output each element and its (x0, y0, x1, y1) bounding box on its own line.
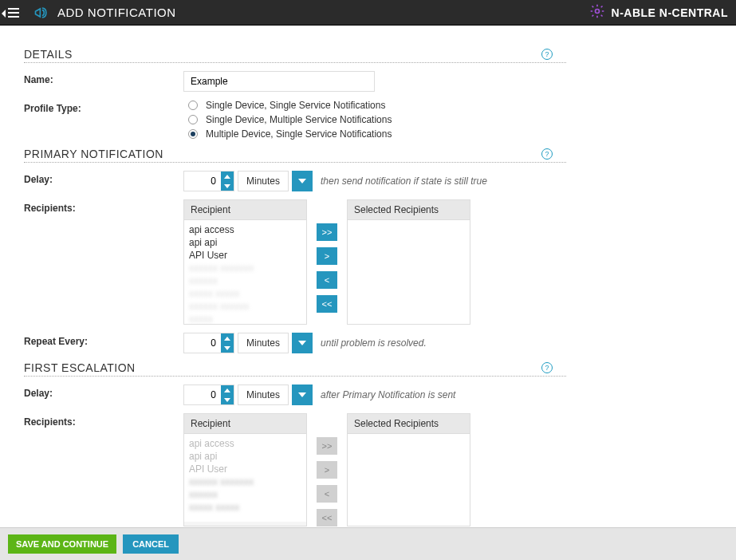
brand-label: N-ABLE N-CENTRAL (612, 6, 728, 19)
escalation-available-list[interactable]: Recipient api access api api API User xx… (183, 413, 307, 526)
spin-up-icon[interactable] (221, 333, 234, 343)
svg-point-0 (595, 10, 599, 14)
escalation-delay-hint: after Primary Notification is sent (321, 389, 455, 400)
delay-hint: then send notification if state is still… (321, 175, 487, 187)
spin-down-icon[interactable] (221, 181, 234, 191)
add-all-button[interactable]: >> (317, 437, 337, 455)
remove-all-button[interactable]: << (317, 509, 337, 526)
recipients-label: Recipients: (24, 199, 183, 214)
divider (24, 376, 566, 377)
page-title: ADD NOTIFICATION (57, 6, 176, 19)
list-item[interactable]: api api (189, 236, 301, 249)
add-button[interactable]: > (317, 247, 337, 265)
svg-marker-6 (298, 341, 306, 345)
add-all-button[interactable]: >> (317, 223, 337, 241)
repeat-hint: until problem is resolved. (321, 337, 427, 349)
profile-radio-2[interactable] (188, 115, 198, 124)
selected-header: Selected Recipients (348, 200, 470, 220)
delay-label: Delay: (24, 171, 183, 185)
repeat-label: Repeat Every: (24, 333, 183, 347)
svg-marker-3 (298, 179, 306, 183)
spin-down-icon[interactable] (221, 395, 234, 404)
svg-marker-7 (224, 388, 230, 392)
escalation-delay-input[interactable] (184, 385, 221, 404)
cancel-button[interactable]: CANCEL (123, 534, 179, 554)
list-item[interactable]: API User (189, 249, 301, 262)
svg-marker-1 (224, 175, 230, 179)
remove-button[interactable]: < (317, 271, 337, 289)
top-bar: ADD NOTIFICATION N-ABLE N-CENTRAL (0, 0, 736, 26)
selected-recipients-list[interactable]: Selected Recipients (347, 199, 470, 325)
list-item[interactable]: api api (189, 450, 301, 463)
profile-option-3: Multiple Device, Single Service Notifica… (206, 128, 392, 140)
profile-option-2: Single Device, Multiple Service Notifica… (206, 114, 392, 125)
help-icon[interactable]: ? (541, 148, 553, 160)
help-icon[interactable]: ? (541, 362, 553, 373)
divider (24, 62, 566, 63)
repeat-input[interactable] (184, 333, 221, 353)
unit-label: Minutes (238, 171, 289, 191)
profile-option-1: Single Device, Single Service Notificati… (206, 100, 385, 111)
unit-label: Minutes (238, 385, 289, 405)
escalation-heading: FIRST ESCALATION (24, 361, 136, 374)
remove-all-button[interactable]: << (317, 295, 337, 313)
profile-radio-3[interactable] (188, 129, 198, 139)
escalation-recipients-label: Recipients: (24, 413, 183, 428)
recipient-header: Recipient (184, 200, 306, 220)
save-and-continue-button[interactable]: SAVE AND CONTINUE (8, 534, 116, 554)
unit-dropdown[interactable] (292, 171, 313, 191)
list-item[interactable]: api access (189, 223, 301, 236)
selected-header: Selected Recipients (348, 414, 470, 434)
escalation-delay-label: Delay: (24, 385, 183, 399)
spin-down-icon[interactable] (221, 343, 234, 353)
svg-marker-9 (298, 392, 306, 397)
divider (24, 162, 566, 163)
megaphone-icon (33, 5, 49, 21)
gear-icon[interactable] (589, 3, 605, 22)
primary-heading: PRIMARY NOTIFICATION (24, 148, 163, 160)
profile-radio-1[interactable] (188, 101, 198, 110)
svg-marker-8 (224, 398, 230, 402)
list-item[interactable]: api access (189, 437, 301, 450)
details-heading: DETAILS (24, 48, 73, 61)
escalation-selected-list[interactable]: Selected Recipients (347, 413, 470, 526)
recipient-header: Recipient (184, 414, 306, 434)
help-icon[interactable]: ? (541, 49, 553, 60)
available-recipients-list[interactable]: Recipient api access api api API User xx… (183, 199, 307, 325)
name-input[interactable] (183, 71, 375, 92)
menu-collapse-icon[interactable] (8, 8, 26, 18)
add-button[interactable]: > (317, 461, 337, 479)
spin-up-icon[interactable] (221, 172, 234, 181)
unit-dropdown[interactable] (292, 385, 313, 405)
spin-up-icon[interactable] (221, 385, 234, 395)
footer-bar: SAVE AND CONTINUE CANCEL (0, 527, 736, 560)
name-label: Name: (24, 71, 183, 85)
unit-dropdown[interactable] (292, 333, 313, 353)
unit-label: Minutes (238, 333, 289, 353)
svg-marker-2 (224, 184, 230, 188)
primary-delay-input[interactable] (184, 172, 221, 191)
list-item[interactable]: API User (189, 463, 301, 475)
svg-marker-4 (224, 337, 230, 341)
svg-marker-5 (224, 346, 230, 350)
remove-button[interactable]: < (317, 485, 337, 503)
profile-type-label: Profile Type: (24, 100, 183, 114)
main-content: DETAILS ? Name: Profile Type: Single Dev… (0, 26, 736, 528)
